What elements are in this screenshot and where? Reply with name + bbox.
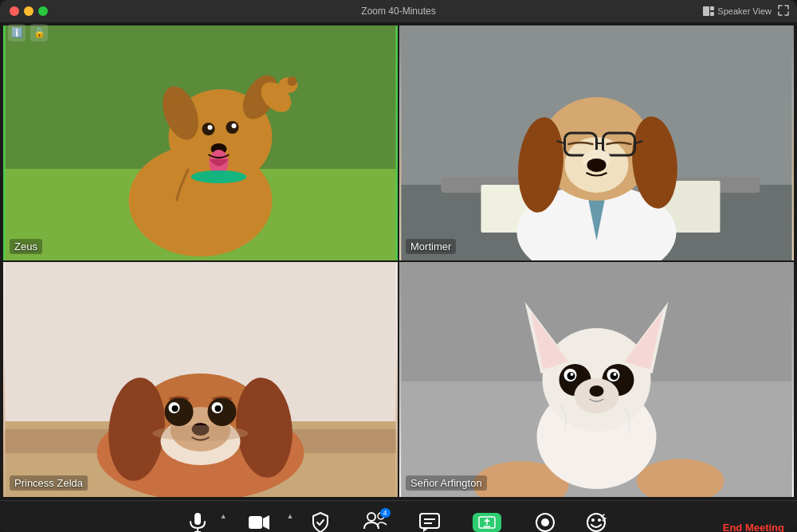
reactions-button[interactable]: Reactions (572, 509, 620, 532)
video-grid: Zeus (0, 22, 797, 500)
svg-point-95 (591, 518, 595, 522)
svg-point-49 (165, 397, 194, 426)
mute-group: Mute ▲ (177, 509, 227, 532)
video-feed-senor-arfington (399, 262, 794, 497)
svg-point-11 (288, 76, 297, 86)
security-button[interactable]: Security (300, 509, 341, 532)
svg-marker-81 (263, 515, 269, 530)
video-cell-senor-arfington[interactable]: Señor Arfington (399, 262, 794, 497)
svg-point-18 (191, 170, 247, 183)
svg-point-50 (208, 397, 237, 426)
minimize-button[interactable] (24, 6, 33, 16)
video-cell-princess-zelda[interactable]: Princess Zelda (3, 262, 398, 497)
mute-arrow[interactable]: ▲ (220, 509, 227, 523)
stop-video-button[interactable]: Stop Video (234, 509, 285, 532)
svg-point-73 (571, 373, 574, 376)
participant-name-zeus: Zeus (10, 239, 42, 254)
window-title: Zoom 40-Minutes (361, 6, 435, 17)
video-feed-zeus (3, 25, 398, 260)
svg-point-39 (587, 158, 607, 171)
lock-icon[interactable]: 🔒 (30, 24, 48, 41)
video-cell-mortimer[interactable]: Mortimer (399, 25, 794, 260)
speaker-view-label: Speaker View (717, 6, 771, 16)
svg-point-93 (541, 518, 549, 526)
participants-badge: 4 (380, 508, 391, 518)
svg-rect-2 (710, 12, 714, 16)
video-icon (248, 512, 270, 532)
record-button[interactable]: Record (524, 509, 566, 532)
svg-point-96 (598, 518, 601, 522)
svg-point-56 (153, 425, 249, 441)
toolbar-center: Mute ▲ Stop Video ▲ (177, 509, 621, 532)
svg-rect-80 (249, 516, 262, 529)
share-screen-icon (473, 512, 501, 532)
svg-rect-1 (710, 6, 714, 10)
video-feed-princess-zelda (3, 262, 398, 497)
participant-name-mortimer: Mortimer (406, 239, 456, 254)
chat-icon (419, 512, 440, 532)
chat-button[interactable]: Chat (409, 509, 450, 532)
mute-button[interactable]: Mute (177, 509, 218, 532)
svg-point-54 (215, 405, 222, 412)
svg-point-15 (232, 123, 237, 128)
svg-point-53 (172, 405, 179, 412)
svg-point-14 (208, 125, 213, 130)
fullscreen-button[interactable] (778, 5, 789, 18)
video-group: Stop Video ▲ (234, 509, 294, 532)
toolbar: Mute ▲ Stop Video ▲ (0, 500, 797, 532)
close-button[interactable] (10, 6, 19, 16)
window-controls (10, 6, 48, 16)
reactions-icon (586, 512, 607, 532)
security-icon (312, 512, 329, 532)
speaker-view-button[interactable]: Speaker View (703, 6, 771, 16)
participants-icon: 4 (363, 512, 387, 532)
record-icon (535, 512, 556, 532)
participants-button[interactable]: 4 Participants (347, 509, 402, 532)
svg-point-82 (367, 513, 375, 521)
svg-rect-77 (194, 513, 201, 525)
top-left-icons: ℹ️ 🔒 (8, 24, 48, 41)
titlebar: Zoom 40-Minutes Speaker View (0, 0, 797, 22)
titlebar-actions: Speaker View (703, 5, 789, 18)
participant-name-senor-arfington: Señor Arfington (406, 475, 487, 491)
share-screen-button[interactable]: Share Screen (457, 509, 518, 532)
info-icon[interactable]: ℹ️ (8, 24, 26, 41)
svg-point-76 (590, 385, 604, 397)
svg-marker-90 (484, 518, 490, 522)
mute-icon (189, 512, 206, 532)
video-cell-zeus[interactable]: Zeus (3, 25, 398, 260)
participant-name-princess-zelda: Princess Zelda (10, 475, 88, 491)
end-meeting-button[interactable]: End Meeting (723, 522, 784, 532)
video-arrow[interactable]: ▲ (286, 509, 293, 523)
svg-rect-0 (703, 6, 709, 16)
video-feed-mortimer (399, 25, 794, 260)
svg-rect-84 (420, 514, 439, 528)
svg-point-74 (614, 373, 617, 376)
maximize-button[interactable] (38, 6, 48, 16)
